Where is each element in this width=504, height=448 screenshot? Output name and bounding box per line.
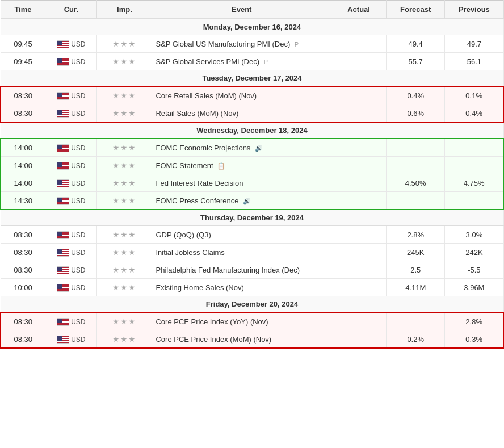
currency-label: USD	[71, 162, 85, 170]
event-name: Fed Interest Rate Decision	[152, 174, 331, 192]
forecast-value: 2.5	[387, 261, 445, 279]
event-name: Core PCE Price Index (YoY) (Nov)	[152, 312, 331, 330]
event-time: 14:00	[1, 139, 45, 157]
importance-cell: ★★★	[97, 86, 152, 104]
actual-value	[331, 174, 387, 192]
flag-icon	[57, 266, 69, 274]
event-time: 08:30	[1, 244, 45, 261]
actual-value	[331, 330, 387, 349]
event-time: 14:00	[1, 174, 45, 192]
flag-icon	[57, 284, 69, 292]
importance-cell: ★★★	[97, 312, 152, 330]
currency-cell: USD	[45, 330, 97, 349]
day-header-row: Monday, December 16, 2024	[1, 19, 503, 35]
flag-icon	[57, 231, 69, 239]
importance-cell: ★★★	[97, 330, 152, 349]
actual-value	[331, 139, 387, 157]
flag-icon	[57, 249, 69, 257]
previous-value: 0.3%	[445, 330, 503, 349]
previous-value: 242K	[445, 244, 503, 261]
actual-value	[331, 104, 387, 123]
currency-label: USD	[71, 266, 85, 274]
currency-cell: USD	[45, 192, 97, 210]
currency-cell: USD	[45, 244, 97, 261]
previous-value: 49.7	[445, 35, 503, 53]
previous-value: 56.1	[445, 53, 503, 70]
event-name: Core Retail Sales (MoM) (Nov)	[152, 86, 331, 104]
actual-value	[331, 312, 387, 330]
table-row: 10:00USD★★★Existing Home Sales (Nov)4.11…	[1, 279, 503, 296]
importance-cell: ★★★	[97, 139, 152, 157]
event-name: FOMC Press Conference 🔊	[152, 192, 331, 210]
forecast-value	[387, 139, 445, 157]
importance-stars: ★★★	[112, 283, 136, 292]
day-label: Tuesday, December 17, 2024	[1, 70, 503, 87]
col-header-time: Time	[1, 1, 45, 19]
day-label: Monday, December 16, 2024	[1, 19, 503, 35]
previous-value: 4.75%	[445, 174, 503, 192]
currency-label: USD	[71, 318, 85, 326]
importance-stars: ★★★	[112, 230, 136, 239]
previous-value: 0.1%	[445, 86, 503, 104]
flag-icon	[57, 58, 69, 66]
previous-value	[445, 139, 503, 157]
currency-cell: USD	[45, 35, 97, 53]
importance-cell: ★★★	[97, 244, 152, 261]
previous-value: 3.0%	[445, 226, 503, 244]
flag-icon	[57, 336, 69, 344]
event-time: 08:30	[1, 261, 45, 279]
day-label: Wednesday, December 18, 2024	[1, 122, 503, 139]
table-row: 08:30USD★★★Retail Sales (MoM) (Nov)0.6%0…	[1, 104, 503, 123]
importance-stars: ★★★	[112, 265, 136, 274]
actual-value	[331, 261, 387, 279]
forecast-value: 0.6%	[387, 104, 445, 123]
day-header-row: Friday, December 20, 2024	[1, 296, 503, 313]
currency-label: USD	[71, 249, 85, 257]
day-header-row: Tuesday, December 17, 2024	[1, 70, 503, 87]
currency-label: USD	[71, 58, 85, 66]
importance-stars: ★★★	[112, 91, 136, 100]
flag-icon	[57, 179, 69, 187]
forecast-value: 0.2%	[387, 330, 445, 349]
forecast-value	[387, 312, 445, 330]
previous-value: 2.8%	[445, 312, 503, 330]
currency-label: USD	[71, 336, 85, 344]
importance-cell: ★★★	[97, 192, 152, 210]
currency-label: USD	[71, 144, 85, 152]
flag-icon	[57, 144, 69, 152]
event-name: S&P Global US Manufacturing PMI (Dec) P	[152, 35, 331, 53]
importance-cell: ★★★	[97, 279, 152, 296]
currency-label: USD	[71, 40, 85, 48]
currency-cell: USD	[45, 226, 97, 244]
currency-label: USD	[71, 110, 85, 118]
importance-stars: ★★★	[112, 196, 136, 205]
importance-stars: ★★★	[112, 248, 136, 257]
table-row: 14:00USD★★★FOMC Economic Projections 🔊	[1, 139, 503, 157]
forecast-value: 245K	[387, 244, 445, 261]
actual-value	[331, 192, 387, 210]
event-time: 08:30	[1, 104, 45, 123]
event-time: 09:45	[1, 35, 45, 53]
currency-cell: USD	[45, 157, 97, 174]
importance-stars: ★★★	[112, 108, 136, 118]
table-row: 08:30USD★★★Core PCE Price Index (YoY) (N…	[1, 312, 503, 330]
importance-cell: ★★★	[97, 174, 152, 192]
previous-value	[445, 157, 503, 174]
flag-icon	[57, 162, 69, 170]
event-name: S&P Global Services PMI (Dec) P	[152, 53, 331, 70]
preliminary-label: P	[264, 58, 268, 65]
importance-cell: ★★★	[97, 104, 152, 123]
currency-cell: USD	[45, 261, 97, 279]
importance-cell: ★★★	[97, 53, 152, 70]
forecast-value: 49.4	[387, 35, 445, 53]
previous-value: 0.4%	[445, 104, 503, 123]
forecast-value: 4.11M	[387, 279, 445, 296]
event-time: 08:30	[1, 330, 45, 349]
actual-value	[331, 157, 387, 174]
previous-value: 3.96M	[445, 279, 503, 296]
currency-cell: USD	[45, 139, 97, 157]
day-label: Friday, December 20, 2024	[1, 296, 503, 313]
importance-cell: ★★★	[97, 35, 152, 53]
event-name: Core PCE Price Index (MoM) (Nov)	[152, 330, 331, 349]
currency-label: USD	[71, 197, 85, 205]
